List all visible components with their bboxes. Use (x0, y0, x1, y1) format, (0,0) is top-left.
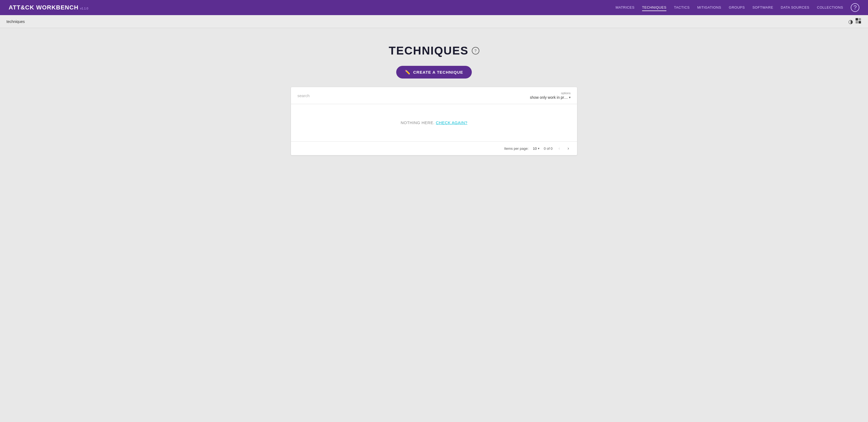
brand-link[interactable]: ATT&CK WORKBENCH v1.1.0 (9, 4, 88, 11)
search-input[interactable] (298, 93, 530, 98)
page-count: 0 of 0 (544, 147, 553, 151)
items-per-page-arrow[interactable]: ▾ (538, 147, 539, 150)
nav-matrices[interactable]: MATRICES (616, 4, 634, 11)
brand-name: ATT&CK WORKBENCH (9, 4, 79, 11)
table-card: options show only work in pr… ▾ NOTHING … (291, 87, 577, 155)
navbar-links: MATRICES TECHNIQUES TACTICS MITIGATIONS … (616, 3, 859, 12)
nav-software[interactable]: SOFTWARE (752, 4, 773, 11)
next-page-button[interactable]: › (566, 145, 570, 152)
navbar: ATT&CK WORKBENCH v1.1.0 MATRICES TECHNIQ… (0, 0, 868, 15)
items-per-page-value: 10 (533, 147, 536, 151)
create-technique-button[interactable]: ✏️ CREATE A TECHNIQUE (396, 66, 472, 78)
options-label: options (561, 92, 570, 95)
options-dropdown: options show only work in pr… ▾ (530, 92, 570, 100)
page-title-row: TECHNIQUES ? (389, 44, 479, 57)
brand-version: v1.1.0 (80, 7, 88, 10)
nav-techniques[interactable]: TECHNIQUES (642, 4, 666, 11)
pencil-icon: ✏️ (405, 70, 410, 75)
contrast-icon[interactable]: ◑ (848, 18, 853, 25)
nav-mitigations[interactable]: MITIGATIONS (697, 4, 721, 11)
options-dropdown-arrow[interactable]: ▾ (569, 96, 570, 99)
options-select-row[interactable]: show only work in pr… ▾ (530, 95, 570, 100)
prev-page-button[interactable]: ‹ (557, 145, 561, 152)
help-icon[interactable]: ? (851, 3, 859, 12)
pagination-row: Items per page: 10 ▾ 0 of 0 ‹ › (291, 141, 577, 155)
create-button-label: CREATE A TECHNIQUE (413, 70, 463, 74)
empty-text: NOTHING HERE. CHECK AGAIN? (401, 120, 467, 125)
breadcrumb-bar: techniques ◑ (0, 15, 868, 28)
items-per-page-label: Items per page: (504, 147, 528, 151)
main-content: TECHNIQUES ? ✏️ CREATE A TECHNIQUE optio… (0, 28, 868, 166)
items-per-page-select[interactable]: 10 ▾ (533, 147, 539, 151)
svg-rect-0 (856, 18, 858, 21)
check-again-link[interactable]: CHECK AGAIN? (436, 120, 467, 125)
view-toggle-icon[interactable] (855, 18, 862, 25)
nav-groups[interactable]: GROUPS (729, 4, 745, 11)
page-title: TECHNIQUES (389, 44, 468, 57)
empty-state: NOTHING HERE. CHECK AGAIN? (291, 104, 577, 141)
breadcrumb-icons: ◑ (848, 18, 862, 25)
options-value: show only work in pr… (530, 95, 568, 100)
svg-rect-2 (856, 21, 858, 24)
svg-rect-3 (859, 21, 861, 24)
search-row: options show only work in pr… ▾ (291, 87, 577, 104)
svg-rect-1 (859, 18, 861, 21)
page-help-icon[interactable]: ? (472, 47, 479, 55)
nav-data-sources[interactable]: DATA SOURCES (781, 4, 809, 11)
nav-collections[interactable]: COLLECTIONS (817, 4, 843, 11)
nav-tactics[interactable]: TACTICS (674, 4, 690, 11)
breadcrumb: techniques (6, 20, 25, 24)
